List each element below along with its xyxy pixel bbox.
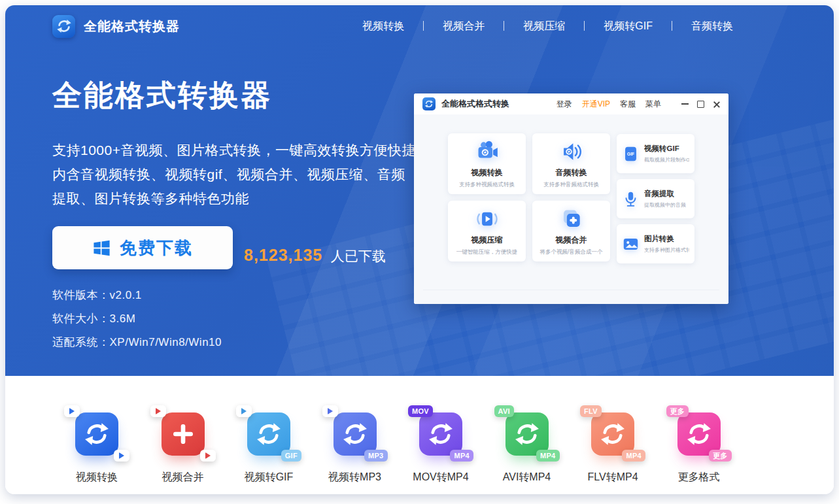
- format-tile[interactable]: MOV MP4 MOV转MP4: [412, 412, 470, 484]
- format-badge-text: MP3: [368, 452, 384, 460]
- hero-section: 全能格式转换器 视频转换视频合并视频压缩视频转GIF音频转换 全能格式转换器 支…: [5, 5, 834, 376]
- format-badge-text: AVI: [498, 407, 510, 415]
- hero-description-line1: 支持1000+音视频、图片格式转换，一键高效转换方便快捷: [52, 143, 416, 158]
- nav-item[interactable]: 视频转换: [362, 20, 404, 33]
- format-badge-topleft: [64, 405, 80, 417]
- format-tile[interactable]: MP3 视频转MP3: [326, 412, 384, 484]
- format-badge-bottomright: MP4: [622, 450, 645, 462]
- app-window-controls: [681, 101, 720, 108]
- nav-item[interactable]: 视频压缩: [485, 20, 565, 33]
- side-card-desc: 提取视频中的音频: [644, 201, 686, 209]
- software-info: 软件版本：v2.0.1软件大小：3.6M适配系统：XP/Win7/Win8/Wi…: [52, 288, 419, 350]
- side-card-icon: [622, 235, 640, 253]
- download-button[interactable]: 免费下载: [52, 226, 233, 269]
- format-badge-topleft: [150, 405, 166, 417]
- app-feature-grid: 视频转换 支持多种视频格式转换 音频转换 支持多种音频格式转换: [448, 133, 610, 261]
- format-label: 视频转GIF: [245, 471, 294, 484]
- format-label: 视频转换: [76, 471, 118, 484]
- hero-description: 支持1000+音视频、图片格式转换，一键高效转换方便快捷内含音视频转换、视频转g…: [52, 138, 419, 210]
- format-label: 更多格式: [678, 471, 720, 484]
- side-card-icon: [622, 190, 640, 208]
- plus-icon: [170, 421, 196, 447]
- maximize-icon: [697, 101, 704, 108]
- app-logo: [422, 97, 436, 110]
- download-stats: 8,123,135 人已下载: [244, 246, 386, 269]
- software-info-line: 软件版本：v2.0.1: [52, 288, 419, 303]
- sync-icon: [56, 18, 72, 34]
- sync-icon: [424, 99, 434, 109]
- format-badge-topleft: AVI: [494, 405, 514, 417]
- format-badge-bottomright: [200, 450, 216, 462]
- feature-card: 视频合并 将多个视频/音频合成一个: [532, 201, 610, 261]
- windows-icon: [92, 239, 111, 258]
- close-icon: [713, 101, 720, 108]
- app-titlebar: 全能格式格式转换 登录 开通VIP 客服 菜单: [414, 93, 728, 114]
- app-footer-divider: [423, 290, 719, 290]
- nav-item[interactable]: 音频转换: [653, 20, 733, 33]
- feature-card: 视频压缩 一键智能压缩，方便快捷: [448, 201, 526, 261]
- side-card-title: 图片转换: [644, 234, 689, 244]
- format-badge-text: FLV: [584, 407, 598, 415]
- feature-card-desc: 将多个视频/音频合成一个: [540, 248, 603, 256]
- brand-logo[interactable]: [52, 15, 75, 38]
- feature-card-title: 视频压缩: [471, 235, 503, 246]
- side-card: 音频提取 提取视频中的音频: [617, 179, 694, 218]
- feature-card: 音频转换 支持多种音频格式转换: [532, 133, 610, 194]
- software-info-line: 软件大小：3.6M: [52, 311, 419, 326]
- feature-card-title: 视频合并: [556, 235, 587, 246]
- download-button-label: 免费下载: [120, 237, 193, 260]
- minimize-icon: [681, 103, 689, 105]
- format-tile[interactable]: GIF 视频转GIF: [240, 412, 298, 484]
- format-badge-bottomright: MP4: [450, 450, 473, 462]
- play-icon: [328, 408, 333, 414]
- nav-item[interactable]: 视频转GIF: [565, 20, 653, 33]
- format-tile[interactable]: 更多 更多 更多格式: [670, 412, 728, 484]
- format-badge-text: MP4: [540, 452, 556, 460]
- main-nav: 视频转换视频合并视频压缩视频转GIF音频转换: [362, 5, 733, 47]
- format-tile[interactable]: 视频转换: [68, 412, 126, 484]
- format-badge-topleft: MOV: [408, 405, 433, 417]
- format-badge-topleft: [322, 405, 338, 417]
- app-menu-menu: 菜单: [645, 99, 661, 110]
- format-label: 视频合并: [162, 471, 204, 484]
- app-window-preview: 全能格式格式转换 登录 开通VIP 客服 菜单: [414, 93, 728, 304]
- app-menu-support: 客服: [620, 99, 636, 110]
- format-tile-square: AVI MP4: [505, 412, 549, 456]
- format-tile-square: 更多 更多: [677, 412, 721, 456]
- format-badge-bottomright: [114, 450, 129, 462]
- format-tile[interactable]: 视频合并: [154, 412, 212, 484]
- format-badge-text: GIF: [285, 452, 298, 460]
- format-badge-topleft: 更多: [666, 405, 689, 417]
- format-label: 视频转MP3: [328, 471, 381, 484]
- format-badge-bottomright: MP4: [536, 450, 560, 462]
- app-menu-vip: 开通VIP: [582, 99, 610, 110]
- side-card: 图片转换 支持多种图片格式转换: [617, 224, 694, 263]
- svg-text:GIF: GIF: [627, 152, 634, 156]
- feature-card-desc: 一键智能压缩，方便快捷: [456, 248, 518, 256]
- feature-card: 视频转换 支持多种视频格式转换: [448, 133, 526, 194]
- sync-icon: [428, 421, 454, 447]
- format-tile-square: FLV MP4: [591, 412, 634, 456]
- format-tile-square: MOV MP4: [419, 412, 462, 456]
- app-side-list: GIF 视频转GIF 截取视频片段制作GIF 音频提取 提取视频中的: [617, 134, 694, 263]
- play-icon: [119, 452, 124, 459]
- feature-card-icon: [475, 139, 500, 164]
- format-tile[interactable]: FLV MP4 FLV转MP4: [584, 412, 642, 484]
- format-tile-square: [162, 412, 205, 456]
- side-card-title: 音频提取: [644, 189, 686, 199]
- format-badge-bottomright: 更多: [709, 450, 732, 462]
- format-badge-text: MP4: [454, 452, 470, 460]
- app-menu-login: 登录: [556, 99, 572, 110]
- sync-icon: [256, 421, 282, 447]
- play-icon: [69, 408, 75, 414]
- app-title: 全能格式格式转换: [441, 98, 509, 110]
- feature-card-icon: [559, 139, 584, 164]
- feature-card-icon: [475, 207, 500, 231]
- nav-item[interactable]: 视频合并: [404, 20, 485, 33]
- format-label: MOV转MP4: [413, 471, 468, 484]
- page-title: 全能格式转换器: [52, 76, 419, 115]
- app-menu: 登录 开通VIP 客服 菜单: [556, 99, 720, 110]
- format-tile[interactable]: AVI MP4 AVI转MP4: [498, 412, 556, 484]
- page-container: 全能格式转换器 视频转换视频合并视频压缩视频转GIF音频转换 全能格式转换器 支…: [5, 5, 834, 494]
- format-badge-text: MOV: [412, 407, 429, 415]
